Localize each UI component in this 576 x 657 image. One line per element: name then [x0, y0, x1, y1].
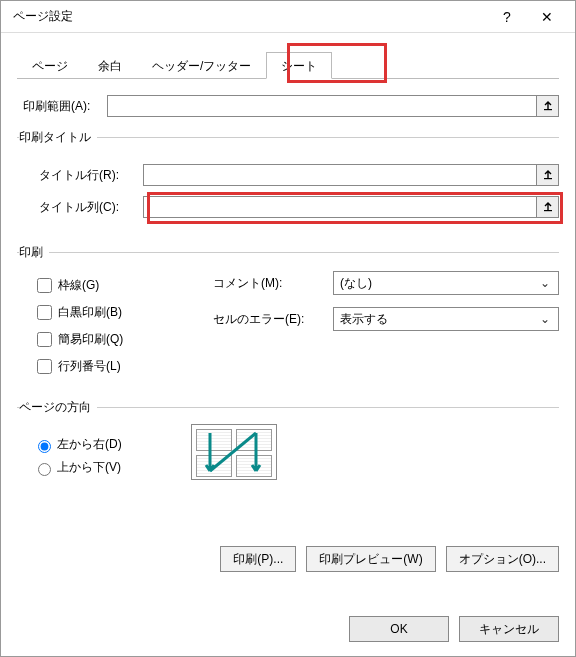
- print-titles-group: 印刷タイトル タイトル行(R): タイトル列(C):: [17, 129, 559, 232]
- gridlines-checkbox[interactable]: [37, 278, 52, 293]
- title-rows-input[interactable]: [143, 164, 537, 186]
- svg-rect-0: [544, 109, 552, 110]
- options-button[interactable]: オプション(O)...: [446, 546, 559, 572]
- print-area-input[interactable]: [107, 95, 537, 117]
- close-button[interactable]: ✕: [527, 9, 567, 25]
- ttb-label: 上から下(V): [57, 459, 121, 476]
- ok-button[interactable]: OK: [349, 616, 449, 642]
- dialog-content: ページ 余白 ヘッダー/フッター シート 印刷範囲(A): 印刷タイトル タイト…: [1, 33, 575, 584]
- draft-label: 簡易印刷(Q): [58, 331, 123, 348]
- chevron-down-icon: ⌄: [538, 276, 552, 290]
- errors-value: 表示する: [340, 311, 388, 328]
- title-cols-label: タイトル列(C):: [33, 199, 143, 216]
- comments-label: コメント(M):: [213, 275, 333, 292]
- errors-combo[interactable]: 表示する ⌄: [333, 307, 559, 331]
- page-order-preview-icon: [191, 424, 277, 480]
- print-area-label: 印刷範囲(A):: [17, 98, 107, 115]
- tab-sheet[interactable]: シート: [266, 52, 332, 79]
- print-area-picker-button[interactable]: [537, 95, 559, 117]
- title-rows-label: タイトル行(R):: [33, 167, 143, 184]
- title-rows-picker-button[interactable]: [537, 164, 559, 186]
- cancel-button[interactable]: キャンセル: [459, 616, 559, 642]
- errors-label: セルのエラー(E):: [213, 311, 333, 328]
- gridlines-label: 枠線(G): [58, 277, 99, 294]
- titlebar: ページ設定 ? ✕: [1, 1, 575, 33]
- rowcol-checkbox[interactable]: [37, 359, 52, 374]
- draft-checkbox[interactable]: [37, 332, 52, 347]
- print-group: 印刷 枠線(G) 白黒印刷(B) 簡易印刷(Q) 行列番号(L) コメント(M)…: [17, 244, 559, 387]
- rowcol-label: 行列番号(L): [58, 358, 121, 375]
- tab-page[interactable]: ページ: [17, 52, 83, 79]
- chevron-down-icon: ⌄: [538, 312, 552, 326]
- ttb-radio[interactable]: [38, 463, 51, 476]
- help-button[interactable]: ?: [487, 9, 527, 25]
- title-cols-picker-button[interactable]: [537, 196, 559, 218]
- comments-combo[interactable]: (なし) ⌄: [333, 271, 559, 295]
- print-button[interactable]: 印刷(P)...: [220, 546, 296, 572]
- window-title: ページ設定: [9, 8, 487, 25]
- tab-header-footer[interactable]: ヘッダー/フッター: [137, 52, 266, 79]
- comments-value: (なし): [340, 275, 372, 292]
- svg-rect-2: [544, 210, 552, 211]
- page-order-legend: ページの方向: [19, 399, 97, 416]
- page-order-group: ページの方向 左から右(D) 上から下(V): [17, 399, 559, 486]
- print-legend: 印刷: [19, 244, 49, 261]
- title-cols-input[interactable]: [143, 196, 537, 218]
- ltr-radio[interactable]: [38, 440, 51, 453]
- ltr-label: 左から右(D): [57, 436, 122, 453]
- bw-label: 白黒印刷(B): [58, 304, 122, 321]
- print-titles-legend: 印刷タイトル: [19, 129, 97, 146]
- dialog-footer: OK キャンセル: [349, 616, 559, 642]
- tab-margin[interactable]: 余白: [83, 52, 137, 79]
- tab-strip: ページ 余白 ヘッダー/フッター シート: [17, 51, 559, 79]
- bw-checkbox[interactable]: [37, 305, 52, 320]
- print-preview-button[interactable]: 印刷プレビュー(W): [306, 546, 435, 572]
- page-setup-dialog: ページ設定 ? ✕ ページ 余白 ヘッダー/フッター シート 印刷範囲(A): …: [0, 0, 576, 657]
- svg-rect-1: [544, 178, 552, 179]
